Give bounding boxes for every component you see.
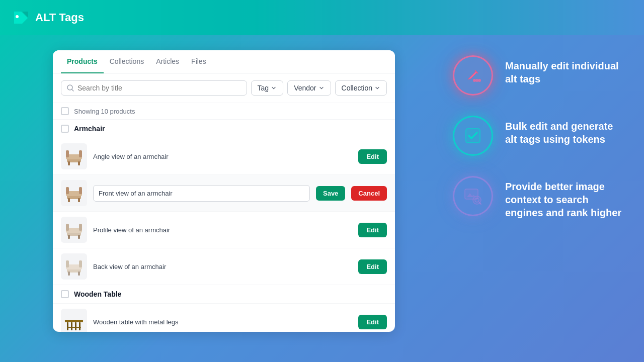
logo-text: ALT Tags xyxy=(35,11,84,24)
svg-rect-15 xyxy=(78,198,80,202)
wooden-table-group-header: Wooden Table xyxy=(53,285,395,303)
svg-rect-20 xyxy=(68,235,70,239)
collection-filter-label: Collection xyxy=(342,84,372,92)
armchair-group: Armchair Angle view of an armchair Edit xyxy=(53,120,395,285)
search-icon xyxy=(66,84,74,92)
cancel-button[interactable]: Cancel xyxy=(351,186,387,201)
search-box xyxy=(61,80,247,96)
product-thumbnail xyxy=(61,309,87,332)
edit-button[interactable]: Edit xyxy=(358,223,387,237)
feature-text-context: Provide better image context to search e… xyxy=(505,176,624,219)
svg-point-2 xyxy=(16,15,19,18)
table-row: Profile view of an armchair Edit xyxy=(53,211,395,248)
logo-icon xyxy=(12,9,30,27)
logo: ALT Tags xyxy=(12,9,84,27)
wooden-table-group: Wooden Table xyxy=(53,285,395,332)
svg-rect-8 xyxy=(68,161,70,165)
product-thumbnail xyxy=(61,180,87,206)
svg-rect-28 xyxy=(65,320,83,322)
feature-item-context: Provide better image context to search e… xyxy=(453,176,624,219)
tab-files[interactable]: Files xyxy=(185,50,212,73)
tab-articles[interactable]: Articles xyxy=(150,50,185,73)
svg-rect-9 xyxy=(78,161,80,165)
feature-text-bulk: Bulk edit and generate alt tags using to… xyxy=(505,116,624,146)
select-all-checkbox[interactable] xyxy=(61,107,69,115)
save-button[interactable]: Save xyxy=(316,186,345,201)
search-input[interactable] xyxy=(77,84,242,92)
checkmark-icon xyxy=(462,125,484,147)
svg-point-36 xyxy=(473,79,476,82)
svg-rect-6 xyxy=(66,150,69,157)
features-panel: Manually edit individual alt tags Bulk e… xyxy=(433,40,644,234)
svg-rect-32 xyxy=(79,322,80,330)
product-alt-text: Profile view of an armchair xyxy=(93,226,352,234)
tag-chevron-icon xyxy=(271,85,277,91)
tag-filter-label: Tag xyxy=(258,84,269,92)
svg-rect-18 xyxy=(66,224,69,231)
tab-collections[interactable]: Collections xyxy=(104,50,150,73)
svg-rect-13 xyxy=(79,187,82,194)
svg-rect-25 xyxy=(79,260,82,267)
feature-text-edit: Manually edit individual alt tags xyxy=(505,55,624,85)
vendor-filter-button[interactable]: Vendor xyxy=(287,80,331,96)
feature-icon-context xyxy=(453,176,493,216)
table-row: Angle view of an armchair Edit xyxy=(53,138,395,174)
armchair-group-name: Armchair xyxy=(74,125,105,133)
svg-rect-33 xyxy=(67,327,81,328)
vendor-filter-label: Vendor xyxy=(294,84,316,92)
svg-rect-14 xyxy=(68,198,70,202)
feature-icon-edit xyxy=(453,55,493,96)
header: ALT Tags xyxy=(0,0,644,35)
svg-rect-31 xyxy=(75,322,76,330)
svg-rect-21 xyxy=(78,235,80,239)
product-thumbnail xyxy=(61,143,87,169)
svg-rect-27 xyxy=(78,272,80,276)
pencil-icon xyxy=(463,65,483,85)
showing-count: Showing 10 products xyxy=(74,108,135,115)
alt-edit-input[interactable] xyxy=(93,185,310,202)
feature-item-bulk: Bulk edit and generate alt tags using to… xyxy=(453,116,624,156)
tag-filter-button[interactable]: Tag xyxy=(251,80,284,96)
armchair-image-1 xyxy=(63,145,85,167)
edit-button[interactable]: Edit xyxy=(358,315,387,329)
tab-products[interactable]: Products xyxy=(61,50,104,73)
search-row: Tag Vendor Collection xyxy=(53,73,395,103)
feature-item-edit: Manually edit individual alt tags xyxy=(453,55,624,96)
product-thumbnail xyxy=(61,253,87,280)
table-row: Save Cancel xyxy=(53,174,395,211)
product-alt-text: Back view of an armchair xyxy=(93,263,352,270)
armchair-group-header: Armchair xyxy=(53,120,395,138)
edit-button[interactable]: Edit xyxy=(358,259,387,274)
svg-point-35 xyxy=(478,79,481,82)
collection-chevron-icon xyxy=(374,85,380,91)
svg-rect-26 xyxy=(68,272,70,276)
wooden-table-image xyxy=(63,311,85,332)
product-alt-text: Wooden table with metal legs xyxy=(93,318,352,326)
wooden-table-group-name: Wooden Table xyxy=(74,290,121,298)
armchair-group-checkbox[interactable] xyxy=(61,125,69,133)
table-row: Wooden table with metal legs Edit xyxy=(53,303,395,332)
showing-row: Showing 10 products xyxy=(53,103,395,120)
search-image-icon xyxy=(462,185,484,207)
svg-rect-29 xyxy=(67,322,68,330)
svg-rect-7 xyxy=(79,150,82,157)
svg-rect-24 xyxy=(66,260,69,267)
svg-rect-30 xyxy=(71,322,72,330)
app-card: Products Collections Articles Files Tag xyxy=(53,50,395,332)
table-row: Back view of an armchair Edit xyxy=(53,248,395,285)
tabs-bar: Products Collections Articles Files xyxy=(53,50,395,73)
wooden-table-group-checkbox[interactable] xyxy=(61,290,69,298)
armchair-image-2 xyxy=(63,182,85,204)
vendor-chevron-icon xyxy=(318,85,325,91)
product-alt-text: Angle view of an armchair xyxy=(93,153,352,160)
edit-button[interactable]: Edit xyxy=(358,149,387,164)
collection-filter-button[interactable]: Collection xyxy=(335,80,387,96)
feature-icon-bulk xyxy=(453,116,493,156)
armchair-image-3 xyxy=(63,219,85,241)
product-thumbnail xyxy=(61,217,87,243)
svg-rect-19 xyxy=(79,224,82,231)
armchair-image-4 xyxy=(63,255,85,278)
svg-rect-12 xyxy=(66,187,69,194)
